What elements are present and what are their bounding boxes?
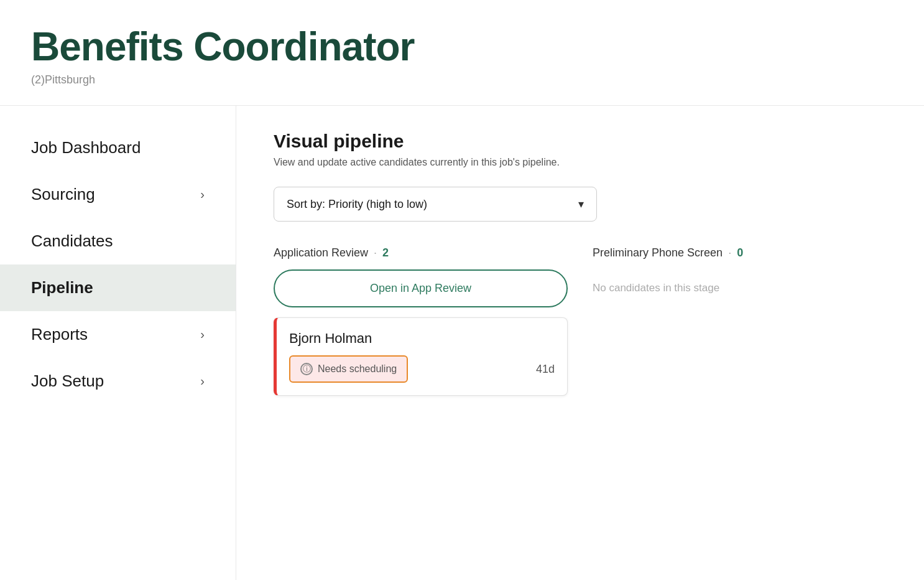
pipeline-column-application-review: Application Review · 2 Open in App Revie… (274, 246, 568, 396)
page-wrapper: Benefits Coordinator (2)Pittsburgh Job D… (0, 0, 924, 580)
visual-pipeline-description: View and update active candidates curren… (274, 157, 887, 168)
sidebar-item-label: Sourcing (31, 185, 95, 204)
sidebar: Job Dashboard Sourcing › Candidates Pipe… (0, 106, 236, 580)
application-review-count[interactable]: 2 (382, 246, 389, 259)
sidebar-item-pipeline[interactable]: Pipeline (0, 264, 236, 311)
candidate-card-footer: ⓘ Needs scheduling 41d (289, 355, 555, 383)
candidate-name: Bjorn Holman (289, 330, 555, 347)
warning-icon: ⓘ (300, 363, 313, 375)
chevron-down-icon: ▾ (578, 197, 584, 211)
open-in-app-review-button[interactable]: Open in App Review (274, 269, 568, 307)
sidebar-item-candidates[interactable]: Candidates (0, 218, 236, 264)
sidebar-item-label: Candidates (31, 232, 113, 251)
sort-dropdown-label: Sort by: Priority (high to low) (287, 198, 427, 211)
content-area: Job Dashboard Sourcing › Candidates Pipe… (0, 106, 924, 580)
main-content: Visual pipeline View and update active c… (236, 106, 924, 580)
header-area: Benefits Coordinator (2)Pittsburgh (0, 0, 924, 106)
pipeline-columns: Application Review · 2 Open in App Revie… (274, 246, 887, 396)
sidebar-item-label: Job Setup (31, 372, 104, 391)
needs-scheduling-badge: ⓘ Needs scheduling (289, 355, 408, 383)
sort-dropdown[interactable]: Sort by: Priority (high to low) ▾ (274, 187, 597, 222)
sidebar-item-reports[interactable]: Reports › (0, 311, 236, 358)
column-header-phone-screen: Preliminary Phone Screen · 0 (593, 246, 887, 260)
chevron-right-icon: › (200, 374, 205, 388)
pipeline-column-phone-screen: Preliminary Phone Screen · 0 No candidat… (593, 246, 887, 396)
days-ago: 41d (536, 363, 555, 376)
badge-label: Needs scheduling (318, 363, 397, 375)
chevron-right-icon: › (200, 187, 205, 202)
sidebar-item-label: Reports (31, 325, 88, 344)
sidebar-item-label: Pipeline (31, 278, 93, 297)
sidebar-item-job-setup[interactable]: Job Setup › (0, 358, 236, 405)
page-title: Benefits Coordinator (31, 25, 893, 68)
phone-screen-count[interactable]: 0 (737, 246, 743, 259)
candidate-card: Bjorn Holman ⓘ Needs scheduling 41d (274, 317, 568, 396)
no-candidates-text: No candidates in this stage (593, 269, 887, 307)
page-subtitle: (2)Pittsburgh (31, 73, 893, 87)
chevron-right-icon: › (200, 327, 205, 342)
visual-pipeline-title: Visual pipeline (274, 131, 887, 152)
column-header-application-review: Application Review · 2 (274, 246, 568, 260)
sidebar-item-sourcing[interactable]: Sourcing › (0, 171, 236, 218)
sidebar-item-job-dashboard[interactable]: Job Dashboard (0, 124, 236, 171)
sidebar-item-label: Job Dashboard (31, 138, 141, 157)
